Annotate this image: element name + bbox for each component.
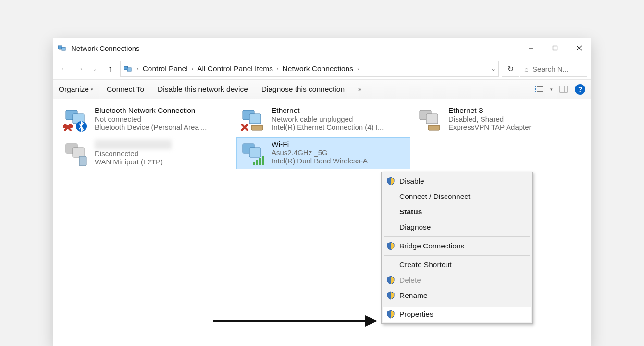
- organize-menu[interactable]: Organize▾: [59, 85, 93, 94]
- search-icon: ⌕: [524, 65, 529, 73]
- connection-name: Ethernet 3: [448, 106, 584, 115]
- breadcrumb-item[interactable]: Control Panel: [143, 64, 188, 73]
- svg-rect-32: [249, 148, 261, 157]
- disable-device-button[interactable]: Disable this network device: [158, 85, 248, 94]
- svg-rect-9: [535, 86, 536, 87]
- context-menu: Disable Connect / Disconnect Status Diag…: [381, 172, 533, 324]
- network-icon: [63, 106, 90, 133]
- titlebar: Network Connections: [53, 38, 591, 58]
- separator: [384, 305, 530, 305]
- svg-rect-24: [251, 125, 263, 130]
- svg-rect-35: [259, 158, 261, 165]
- refresh-button[interactable]: ↻: [502, 61, 519, 77]
- connection-name: Ethernet: [272, 106, 407, 115]
- command-bar: Organize▾ Connect To Disable this networ…: [53, 80, 591, 99]
- close-button[interactable]: [567, 38, 591, 58]
- back-button[interactable]: ←: [57, 62, 71, 76]
- svg-rect-2: [59, 49, 61, 50]
- svg-rect-11: [535, 91, 536, 92]
- diagnose-button[interactable]: Diagnose this connection: [261, 85, 345, 94]
- forward-button[interactable]: →: [72, 62, 87, 76]
- connection-status: Disconnected: [95, 149, 230, 158]
- ctx-rename[interactable]: Rename: [383, 288, 531, 303]
- connection-status: Asus2.4GHz _5G: [272, 148, 407, 157]
- svg-rect-1: [62, 47, 65, 50]
- svg-rect-33: [253, 162, 255, 165]
- svg-rect-30: [79, 156, 86, 166]
- connection-device: Intel(R) Ethernet Connection (4) I...: [272, 123, 407, 131]
- preview-pane-button[interactable]: [559, 86, 568, 93]
- ctx-connect-disconnect[interactable]: Connect / Disconnect: [383, 189, 531, 204]
- network-icon: [240, 106, 267, 133]
- shield-icon: [386, 241, 396, 251]
- svg-rect-8: [127, 68, 131, 71]
- connection-device: Intel(R) Dual Band Wireless-A: [272, 157, 407, 165]
- connection-status: Network cable unplugged: [272, 115, 407, 123]
- address-bar[interactable]: › Control Panel › All Control Panel Item…: [120, 61, 499, 77]
- view-options-button[interactable]: [535, 86, 544, 93]
- connection-name: Wi-Fi: [272, 140, 407, 148]
- chevron-right-icon[interactable]: ›: [357, 66, 359, 72]
- chevron-right-icon[interactable]: ›: [137, 66, 139, 72]
- svg-rect-34: [256, 160, 258, 165]
- connection-name: Bluetooth Network Connection: [95, 106, 230, 115]
- chevron-down-icon[interactable]: ⌄: [491, 65, 495, 72]
- svg-rect-26: [426, 114, 438, 124]
- connection-status: Disabled, Shared: [448, 115, 584, 123]
- shield-icon: [386, 176, 396, 186]
- maximize-button[interactable]: [543, 38, 567, 58]
- separator: [384, 255, 530, 256]
- content-area: Bluetooth Network Connection Not connect…: [53, 99, 591, 174]
- chevron-right-icon[interactable]: ›: [277, 66, 279, 72]
- shield-icon: [386, 309, 396, 319]
- svg-rect-23: [249, 114, 261, 124]
- overflow-button[interactable]: »: [358, 86, 361, 93]
- connection-item-bluetooth[interactable]: Bluetooth Network Connection Not connect…: [60, 104, 234, 136]
- svg-rect-15: [560, 86, 567, 92]
- svg-rect-36: [262, 156, 264, 165]
- breadcrumb-item[interactable]: All Control Panel Items: [197, 64, 273, 73]
- window-title: Network Connections: [71, 44, 140, 52]
- shield-icon: [386, 275, 396, 285]
- connection-name: [95, 140, 172, 149]
- connection-item-wifi[interactable]: Wi-Fi Asus2.4GHz _5G Intel(R) Dual Band …: [236, 137, 410, 169]
- breadcrumb-item[interactable]: Network Connections: [283, 64, 353, 73]
- ctx-delete: Delete: [383, 272, 531, 288]
- network-icon: [240, 140, 267, 167]
- connection-item-ethernet[interactable]: Ethernet Network cable unplugged Intel(R…: [236, 104, 410, 136]
- ctx-properties[interactable]: Properties: [383, 307, 531, 322]
- connection-device: ExpressVPN TAP Adapter: [448, 123, 584, 131]
- svg-rect-29: [73, 148, 84, 157]
- connection-status: Not connected: [95, 115, 230, 123]
- connection-item-wan[interactable]: Disconnected WAN Miniport (L2TP): [60, 137, 234, 169]
- minimize-button[interactable]: [519, 38, 543, 58]
- svg-marker-38: [365, 315, 378, 327]
- separator: [384, 236, 530, 237]
- network-icon: [417, 106, 444, 133]
- ctx-status[interactable]: Status: [383, 204, 531, 220]
- ctx-disable[interactable]: Disable: [383, 173, 531, 189]
- svg-rect-27: [428, 125, 440, 130]
- annotation-arrow: [211, 311, 379, 331]
- view-dropdown-caret[interactable]: ▾: [550, 87, 553, 92]
- ctx-create-shortcut[interactable]: Create Shortcut: [383, 257, 531, 272]
- ctx-bridge[interactable]: Bridge Connections: [383, 238, 531, 254]
- location-icon: [124, 65, 133, 73]
- network-icon: [63, 140, 90, 167]
- app-icon: [58, 44, 67, 52]
- up-button[interactable]: ↑: [103, 62, 117, 76]
- ctx-diagnose[interactable]: Diagnose: [383, 220, 531, 235]
- recent-dropdown[interactable]: ⌄: [87, 62, 102, 76]
- help-button[interactable]: ?: [575, 84, 585, 95]
- svg-rect-4: [553, 46, 557, 50]
- search-box[interactable]: ⌕ Search N...: [520, 61, 587, 77]
- connection-device: WAN Miniport (L2TP): [95, 158, 230, 166]
- navigation-bar: ← → ⌄ ↑ › Control Panel › All Control Pa…: [53, 58, 591, 80]
- svg-rect-10: [535, 88, 536, 90]
- shield-icon: [386, 291, 396, 300]
- chevron-right-icon[interactable]: ›: [192, 66, 194, 72]
- connect-to-button[interactable]: Connect To: [107, 85, 144, 94]
- connection-item-ethernet3[interactable]: Ethernet 3 Disabled, Shared ExpressVPN T…: [413, 104, 587, 136]
- search-placeholder: Search N...: [533, 65, 569, 73]
- connection-device: Bluetooth Device (Personal Area ...: [95, 123, 230, 131]
